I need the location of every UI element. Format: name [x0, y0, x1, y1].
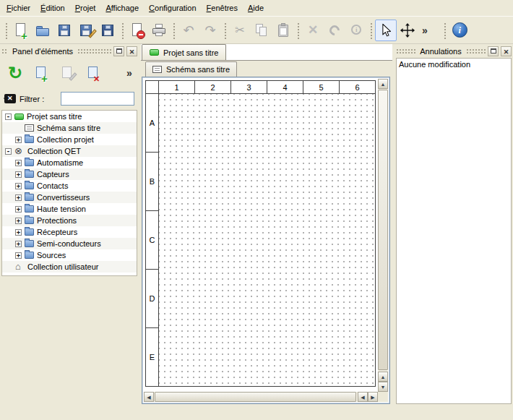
tree-item-schema-sans-titre[interactable]: Schéma sans titre	[2, 122, 137, 134]
float-icon	[491, 48, 496, 53]
reload-collections-button[interactable]	[4, 62, 26, 84]
menu-fichier[interactable]: Fichier	[1, 1, 35, 15]
about-button[interactable]	[449, 20, 470, 41]
paste-icon	[275, 22, 292, 39]
open-project-button[interactable]	[32, 20, 53, 41]
rotate-button[interactable]	[324, 20, 345, 41]
save-icon	[56, 22, 73, 39]
dot-grid[interactable]	[159, 94, 376, 387]
expander-icon[interactable]: +	[15, 218, 22, 224]
edit-element-button[interactable]	[56, 62, 78, 84]
expander-icon[interactable]: -	[5, 148, 12, 155]
close-panel-button[interactable]	[501, 46, 512, 56]
filter-input[interactable]	[61, 92, 134, 106]
diagram-tab-bar: Schéma sans titre	[141, 61, 392, 77]
tree-item-sources[interactable]: + Sources	[2, 249, 137, 261]
tree-item-capteurs[interactable]: + Capteurs	[2, 168, 137, 180]
edit-element-icon	[59, 64, 76, 82]
scroll-down-button[interactable]	[378, 382, 388, 392]
elements-panel-titlebar[interactable]: Panel d'éléments	[0, 46, 139, 56]
float-panel-button[interactable]	[488, 46, 499, 56]
tab-projet-sans-titre[interactable]: Projet sans titre	[142, 44, 226, 60]
toolbar-overflow-button[interactable]	[418, 20, 431, 41]
save-all-button[interactable]	[97, 20, 118, 41]
information-button[interactable]	[345, 20, 367, 41]
expander-icon[interactable]: +	[15, 241, 22, 247]
save-as-icon	[77, 22, 95, 39]
panel-toolbar-overflow-button[interactable]	[123, 62, 136, 84]
undo-empty-text: Aucune modification	[399, 60, 470, 69]
menu-affichage[interactable]: Affichage	[100, 1, 144, 15]
scroll-right-button[interactable]	[368, 392, 378, 402]
tree-item-automatisme[interactable]: + Automatisme	[2, 157, 137, 168]
tree-item-collection-projet[interactable]: + Collection projet	[2, 134, 137, 145]
select-mode-button[interactable]	[375, 20, 397, 41]
horizontal-scrollbar[interactable]	[144, 392, 378, 402]
move-cross-icon	[399, 22, 416, 39]
tree-item-contacts[interactable]: + Contacts	[2, 180, 137, 192]
menu-edition[interactable]: Édition	[35, 1, 70, 15]
new-document-button[interactable]	[10, 20, 32, 41]
menu-fenetres[interactable]: Fenêtres	[202, 1, 243, 15]
vertical-scroll-thumb[interactable]	[378, 90, 388, 370]
tree-item-collection-qet[interactable]: - Collection QET	[2, 145, 137, 157]
menu-aide[interactable]: Aide	[243, 1, 269, 15]
expander-icon[interactable]: +	[15, 194, 22, 201]
horizontal-scroll-thumb[interactable]	[155, 392, 356, 402]
new-element-button[interactable]	[30, 62, 52, 84]
scroll-left-button[interactable]	[358, 392, 368, 402]
undo-button[interactable]	[178, 20, 199, 41]
folder-icon	[25, 217, 34, 224]
print-button[interactable]	[148, 20, 170, 41]
copy-button[interactable]	[251, 20, 272, 41]
cut-button[interactable]	[229, 20, 251, 41]
tree-item-semi-conducteurs[interactable]: + Semi-conducteurs	[2, 238, 137, 249]
row-headers: A B C D E	[146, 94, 159, 387]
scrollbar-corner	[378, 392, 388, 402]
expander-icon[interactable]: +	[15, 137, 22, 143]
undo-history-list[interactable]: Aucune modification	[396, 58, 512, 404]
pan-mode-button[interactable]	[397, 20, 418, 41]
delete-button[interactable]	[302, 20, 324, 41]
scroll-left-button[interactable]	[144, 392, 154, 402]
redo-button[interactable]	[199, 20, 221, 41]
toolbar-drag-handle[interactable]	[4, 22, 8, 39]
undo-panel-titlebar[interactable]: Annulations	[395, 46, 513, 56]
clear-filter-icon[interactable]	[4, 94, 16, 103]
tree-item-recepteurs[interactable]: + Récepteurs	[2, 226, 137, 238]
tree-item-projet-sans-titre[interactable]: - Projet sans titre	[2, 111, 137, 122]
tree-item-label: Automatisme	[37, 158, 83, 167]
tree-item-label: Projet sans titre	[27, 112, 82, 121]
diagram-canvas[interactable]: 1 2 3 4 5 6 A B C D E	[144, 79, 378, 392]
expander-icon[interactable]: +	[15, 160, 22, 166]
scroll-up-button[interactable]	[378, 79, 388, 89]
tree-item-protections[interactable]: + Protections	[2, 215, 137, 226]
tree-item-haute-tension[interactable]: + Haute tension	[2, 203, 137, 215]
save-all-icon	[99, 22, 116, 39]
vertical-scrollbar[interactable]	[378, 79, 388, 392]
row-header-d: D	[146, 270, 159, 328]
expander-icon[interactable]: +	[15, 183, 22, 189]
close-panel-button[interactable]	[126, 46, 137, 56]
project-tab-bar: Projet sans titre	[141, 44, 392, 61]
close-icon	[129, 47, 135, 56]
float-panel-button[interactable]	[113, 46, 124, 56]
tree-item-collection-utilisateur[interactable]: Collection utilisateur	[2, 261, 137, 273]
paste-button[interactable]	[272, 20, 294, 41]
expander-icon[interactable]: -	[5, 113, 12, 120]
delete-element-button[interactable]	[82, 62, 104, 84]
expander-icon[interactable]: +	[15, 206, 22, 213]
scroll-up-button[interactable]	[378, 372, 388, 382]
save-button[interactable]	[53, 20, 75, 41]
expander-icon[interactable]: +	[15, 252, 22, 259]
expander-icon[interactable]: +	[15, 171, 22, 178]
tab-schema-sans-titre[interactable]: Schéma sans titre	[145, 61, 237, 77]
menu-configuration[interactable]: Configuration	[144, 1, 201, 15]
close-project-button[interactable]	[126, 20, 148, 41]
new-document-icon	[12, 22, 30, 39]
copy-icon	[253, 22, 270, 39]
menu-projet[interactable]: Projet	[70, 1, 101, 15]
tree-item-convertisseurs[interactable]: + Convertisseurs	[2, 192, 137, 203]
expander-icon[interactable]: +	[15, 229, 22, 236]
save-as-button[interactable]	[75, 20, 97, 41]
